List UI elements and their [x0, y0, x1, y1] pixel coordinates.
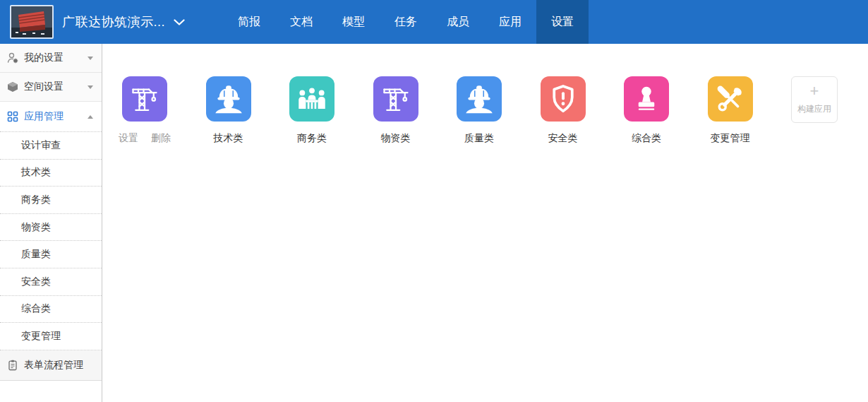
workspace-switcher[interactable]: 广联达协筑演示...: [62, 0, 185, 44]
sidebar-section-space-settings[interactable]: 空间设置: [0, 73, 102, 102]
sidebar-item-technical[interactable]: 技术类: [0, 160, 102, 187]
clipboard-icon: [7, 360, 18, 371]
app-tile[interactable]: [541, 76, 586, 122]
nav-item-documents[interactable]: 文档: [275, 0, 327, 44]
sidebar-section-label: 空间设置: [24, 81, 64, 93]
app-card-selected: 设置 删除: [122, 76, 167, 145]
app-card-label: 技术类: [206, 132, 251, 145]
app-card-actions: 设置 删除: [122, 132, 167, 145]
sidebar-item-label: 表单流程管理: [24, 359, 83, 372]
tower-crane-icon: [379, 82, 413, 116]
shield-alert-icon: [546, 82, 580, 116]
sidebar-item-business[interactable]: 商务类: [0, 187, 102, 214]
user-gear-icon: [7, 52, 18, 64]
app-settings-button[interactable]: 设置: [119, 132, 138, 145]
sidebar-section-label: 我的设置: [24, 52, 64, 64]
build-app-label: 构建应用: [797, 103, 831, 115]
nav-item-tasks[interactable]: 任务: [380, 0, 432, 44]
settings-sidebar: 我的设置 空间设置 应用管理 设计审查 技术类: [0, 44, 102, 402]
build-app-button[interactable]: + 构建应用: [791, 76, 838, 123]
nav-item-briefing[interactable]: 简报: [223, 0, 275, 44]
sidebar-item-general[interactable]: 综合类: [0, 296, 102, 324]
app-tile[interactable]: [624, 76, 669, 122]
app-card-materials: 物资类: [373, 76, 418, 145]
caret-up-icon: [88, 115, 93, 119]
caret-down-icon: [88, 57, 93, 60]
app-tile[interactable]: [206, 76, 251, 122]
nav-item-apps[interactable]: 应用: [484, 0, 536, 44]
workspace-title: 广联达协筑演示...: [62, 13, 165, 30]
sidebar-section-label: 应用管理: [24, 110, 64, 123]
app-card-label: 安全类: [541, 132, 586, 145]
plus-icon: +: [810, 84, 819, 98]
sidebar-item-design-review[interactable]: 设计审查: [0, 132, 102, 160]
nav-item-members[interactable]: 成员: [432, 0, 484, 44]
workspace-logo[interactable]: [10, 5, 54, 39]
app-card-label: 质量类: [457, 132, 502, 145]
main-nav: 简报 文档 模型 任务 成员 应用 设置: [223, 0, 589, 44]
app-card-quality: 质量类: [457, 76, 502, 145]
caret-down-icon: [88, 85, 93, 89]
app-window: 广联达协筑演示... 简报 文档 模型 任务 成员 应用 设置: [0, 0, 868, 402]
app-card-label: 商务类: [289, 132, 334, 145]
app-grid-icon: [7, 111, 18, 122]
tools-icon: [713, 82, 747, 116]
sidebar-item-quality[interactable]: 质量类: [0, 241, 102, 268]
hardhat-worker-icon: [462, 81, 497, 117]
app-tile[interactable]: [457, 76, 502, 122]
sidebar-item-safety[interactable]: 安全类: [0, 268, 102, 296]
app-tile[interactable]: [122, 76, 167, 122]
sidebar-item-change-management[interactable]: 变更管理: [0, 323, 102, 350]
app-delete-button[interactable]: 删除: [151, 132, 171, 145]
app-card-label: 综合类: [624, 132, 669, 145]
app-tile[interactable]: [708, 76, 753, 122]
app-tile[interactable]: [289, 76, 334, 122]
app-card-general: 综合类: [624, 76, 669, 145]
sidebar-section-app-management[interactable]: 应用管理: [0, 102, 102, 132]
app-card-business: 商务类: [289, 76, 334, 145]
cube-icon: [7, 81, 18, 93]
topbar: 广联达协筑演示... 简报 文档 模型 任务 成员 应用 设置: [0, 0, 868, 44]
nav-item-settings[interactable]: 设置: [536, 0, 589, 44]
stamp-icon: [629, 82, 663, 116]
hardhat-worker-icon: [211, 81, 246, 117]
app-management-panel: 设置 删除: [103, 44, 868, 402]
app-card-safety: 安全类: [541, 76, 586, 145]
meeting-icon: [294, 81, 330, 117]
chevron-down-icon: [174, 19, 185, 25]
app-card-label: 变更管理: [708, 132, 753, 145]
tower-crane-icon: [128, 82, 162, 116]
apps-grid: 设置 删除: [103, 44, 868, 145]
sidebar-section-my-settings[interactable]: 我的设置: [0, 44, 102, 73]
app-card-technical: 技术类: [206, 76, 251, 145]
building-photo-icon: [11, 6, 52, 37]
app-tile[interactable]: [373, 76, 418, 122]
nav-item-models[interactable]: 模型: [327, 0, 380, 44]
app-card-label: 物资类: [373, 132, 418, 145]
app-card-change-management: 变更管理: [708, 76, 753, 145]
sidebar-item-materials[interactable]: 物资类: [0, 214, 102, 242]
sidebar-item-form-flow-management[interactable]: 表单流程管理: [0, 350, 102, 381]
